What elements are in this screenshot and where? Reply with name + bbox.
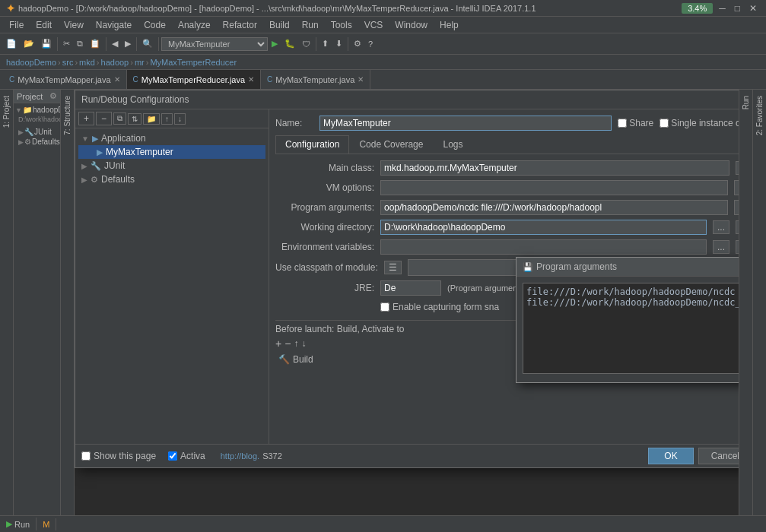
program-args-textarea[interactable] bbox=[523, 283, 739, 374]
tab-mymaxtempreducer[interactable]: C MyMaxTemperReducer.java ✕ bbox=[127, 70, 262, 89]
toolbar-save-btn[interactable]: 💾 bbox=[38, 37, 55, 50]
run-bottom-tab[interactable]: ▶ Run bbox=[0, 518, 37, 530]
tab-mymaxtempmapper[interactable]: C MyMaxTempMapper.java ✕ bbox=[3, 70, 127, 89]
menu-edit[interactable]: Edit bbox=[30, 18, 58, 32]
breadcrumb-item-hadoop[interactable]: hadoop bbox=[101, 58, 129, 67]
main-class-input[interactable] bbox=[380, 160, 729, 176]
working-dir-input[interactable] bbox=[380, 220, 707, 235]
toolbar-search-everywhere-btn[interactable]: 🔍 bbox=[139, 37, 156, 50]
env-vars-browse-btn[interactable]: ... bbox=[713, 240, 729, 254]
enable-capture-checkbox[interactable] bbox=[380, 302, 389, 312]
sort-config-btn[interactable]: ⇅ bbox=[128, 113, 141, 125]
run-label[interactable]: Run bbox=[742, 96, 750, 109]
settings-icon[interactable]: ⚙ bbox=[49, 91, 57, 101]
toolbar-paste-btn[interactable]: 📋 bbox=[87, 37, 103, 50]
mymaxtemp-config-item[interactable]: ▶ MyMaxTemputer bbox=[78, 145, 265, 159]
tab-1-close-icon[interactable]: ✕ bbox=[114, 75, 120, 84]
project-label[interactable]: 1: Project bbox=[2, 96, 11, 128]
classpath-icon-btn[interactable]: ☰ bbox=[384, 261, 402, 274]
application-group-item[interactable]: ▼ ▶ Application bbox=[78, 131, 265, 145]
program-args-expand-btn[interactable]: ⊞ bbox=[734, 200, 739, 215]
before-launch-remove-btn[interactable]: − bbox=[284, 337, 291, 350]
toolbar-debug-btn[interactable]: 🐛 bbox=[281, 37, 298, 50]
junit-group-item[interactable]: ▶ 🔧 JUnit bbox=[78, 159, 265, 173]
menu-help[interactable]: Help bbox=[434, 18, 465, 32]
menu-vcs[interactable]: VCS bbox=[358, 18, 389, 32]
run-tool-window-tab[interactable]: Run bbox=[739, 90, 752, 515]
move-down-btn[interactable]: ↓ bbox=[174, 113, 186, 125]
program-args-input[interactable] bbox=[380, 200, 728, 215]
junit-item[interactable]: ▶ 🔧 JUnit bbox=[15, 127, 59, 137]
remove-config-btn[interactable]: − bbox=[96, 112, 112, 125]
project-root[interactable]: ▼ 📁 hadoopDemo bbox=[15, 105, 59, 115]
name-input[interactable] bbox=[319, 116, 612, 131]
single-instance-checkbox[interactable] bbox=[660, 119, 669, 128]
defaults-group-item[interactable]: ▶ ⚙ Defaults bbox=[78, 173, 265, 186]
toolbar-settings-btn[interactable]: ⚙ bbox=[351, 37, 364, 50]
menu-build[interactable]: Build bbox=[263, 18, 296, 32]
toolbar-forward-btn[interactable]: ▶ bbox=[122, 37, 134, 50]
vm-options-expand-btn[interactable]: ⊞ bbox=[734, 180, 739, 195]
defaults-item[interactable]: ▶ ⚙ Defaults bbox=[15, 137, 59, 147]
maximize-btn[interactable]: □ bbox=[732, 3, 743, 14]
share-checkbox[interactable] bbox=[618, 119, 627, 128]
structure-tool-window-tab[interactable]: 7: Structure bbox=[61, 90, 75, 515]
tab-logs[interactable]: Logs bbox=[433, 135, 472, 154]
main-class-browse-btn[interactable]: ... bbox=[736, 161, 739, 175]
copy-config-btn[interactable]: ⧉ bbox=[113, 112, 126, 125]
env-vars-expand-btn[interactable]: ⊞ bbox=[736, 240, 739, 254]
tab-code-coverage[interactable]: Code Coverage bbox=[349, 135, 433, 154]
toolbar-cut-btn[interactable]: ✂ bbox=[60, 37, 73, 50]
toolbar-help-btn[interactable]: ? bbox=[365, 38, 376, 50]
breadcrumb-item-mr[interactable]: mr bbox=[135, 58, 145, 67]
breadcrumb-item-mkd[interactable]: mkd bbox=[79, 58, 95, 67]
breadcrumb-item-project[interactable]: hadoopDemo bbox=[6, 58, 56, 67]
close-btn[interactable]: ✕ bbox=[746, 3, 760, 14]
toolbar-copy-btn[interactable]: ⧉ bbox=[74, 37, 86, 50]
menu-refactor[interactable]: Refactor bbox=[217, 18, 263, 32]
toolbar-vcs-update-btn[interactable]: ⬇ bbox=[332, 37, 345, 50]
tab-2-close-icon[interactable]: ✕ bbox=[248, 75, 254, 84]
menu-tools[interactable]: Tools bbox=[325, 18, 358, 32]
before-launch-down-btn[interactable]: ↓ bbox=[301, 337, 306, 350]
toolbar-open-btn[interactable]: 📂 bbox=[21, 37, 37, 50]
favorites-label[interactable]: 2: Favorites bbox=[755, 96, 764, 135]
jre-input[interactable] bbox=[380, 280, 441, 296]
ok-button[interactable]: OK bbox=[648, 448, 693, 464]
tab-3-close-icon[interactable]: ✕ bbox=[358, 75, 364, 84]
cancel-button[interactable]: Cancel bbox=[698, 448, 739, 464]
menu-code[interactable]: Code bbox=[138, 18, 172, 32]
project-tool-window-tab[interactable]: 1: Project bbox=[0, 90, 14, 515]
add-config-btn[interactable]: + bbox=[78, 112, 94, 125]
working-dir-browse-btn[interactable]: ... bbox=[713, 220, 729, 234]
toolbar-back-btn[interactable]: ◀ bbox=[109, 37, 121, 50]
structure-label[interactable]: 7: Structure bbox=[63, 96, 72, 135]
toolbar-new-btn[interactable]: 📄 bbox=[3, 37, 20, 50]
toolbar-vcs-btn[interactable]: ⬆ bbox=[319, 37, 332, 50]
maven-bottom-tab[interactable]: M bbox=[37, 518, 56, 530]
minimize-btn[interactable]: ─ bbox=[716, 3, 729, 14]
menu-navigate[interactable]: Navigate bbox=[90, 18, 138, 32]
move-up-btn[interactable]: ↑ bbox=[161, 113, 173, 125]
before-launch-add-btn[interactable]: + bbox=[275, 337, 281, 350]
tab-configuration[interactable]: Configuration bbox=[275, 135, 349, 154]
run-config-combo[interactable]: MyMaxTemputer bbox=[161, 37, 268, 51]
show-page-checkbox[interactable] bbox=[81, 451, 91, 461]
breadcrumb-item-src[interactable]: src bbox=[62, 58, 74, 67]
breadcrumb-item-class[interactable]: MyMaxTemperReducer bbox=[150, 58, 237, 67]
env-vars-input[interactable] bbox=[380, 239, 707, 255]
menu-file[interactable]: File bbox=[3, 18, 30, 32]
menu-run[interactable]: Run bbox=[296, 18, 325, 32]
vm-options-input[interactable] bbox=[380, 180, 728, 195]
memory-indicator[interactable]: 3.4% bbox=[682, 3, 713, 14]
menu-view[interactable]: View bbox=[58, 18, 90, 32]
toolbar-run-btn[interactable]: ▶ bbox=[269, 37, 281, 50]
tab-mymaxtemputer[interactable]: C MyMaxTemputer.java ✕ bbox=[261, 70, 370, 89]
favorites-tool-window-tab[interactable]: 2: Favorites bbox=[752, 90, 766, 515]
toolbar-run-coverage-btn[interactable]: 🛡 bbox=[299, 38, 313, 50]
folder-config-btn[interactable]: 📁 bbox=[143, 113, 160, 125]
working-dir-icon-btn[interactable]: ⊞ bbox=[736, 220, 739, 234]
activate-checkbox[interactable] bbox=[168, 451, 177, 461]
menu-window[interactable]: Window bbox=[389, 18, 434, 32]
before-launch-up-btn[interactable]: ↑ bbox=[294, 337, 298, 350]
